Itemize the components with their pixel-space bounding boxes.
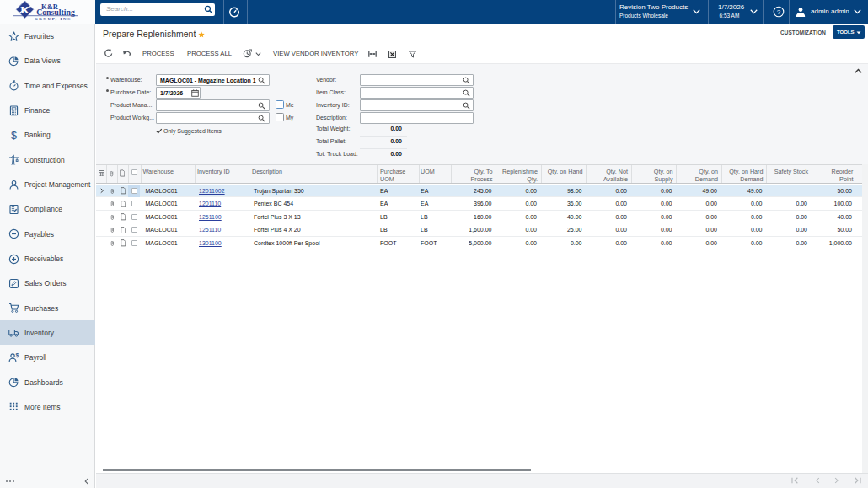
svg-text:$: $ <box>11 130 17 141</box>
svg-text:Consulting: Consulting <box>36 8 75 17</box>
svg-text:K: K <box>20 3 29 16</box>
svg-text:?: ? <box>777 8 781 16</box>
svg-text:$: $ <box>15 352 19 359</box>
svg-text:GROUP, INC: GROUP, INC <box>35 17 72 21</box>
